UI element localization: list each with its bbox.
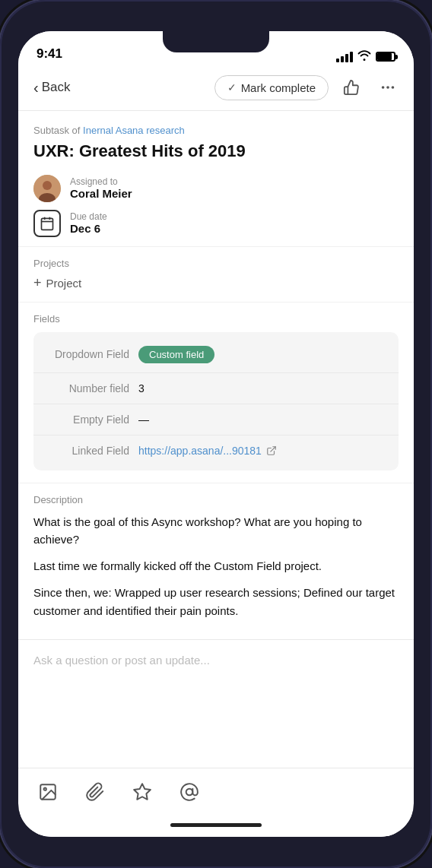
star-button[interactable] xyxy=(128,778,157,806)
number-field-name: Number field xyxy=(46,382,129,394)
fields-label: Fields xyxy=(33,313,399,325)
assignee-row[interactable]: Assigned to Coral Meier xyxy=(33,175,399,202)
photo-button[interactable] xyxy=(33,778,62,806)
description-section: Description What is the goal of this Asy… xyxy=(18,483,414,639)
linked-field-name: Linked Field xyxy=(46,445,129,457)
svg-line-10 xyxy=(271,446,275,451)
assigned-to-label: Assigned to xyxy=(70,176,132,187)
svg-point-0 xyxy=(382,86,385,89)
subtask-prefix: Subtask of xyxy=(33,125,80,136)
number-field-value: 3 xyxy=(138,382,386,394)
description-p2: Last time we formally kicked off the Cus… xyxy=(33,557,399,575)
mark-complete-label: Mark complete xyxy=(241,81,316,94)
content-area: Subtask of Inernal Asana research UXR: G… xyxy=(18,111,414,768)
plus-icon: + xyxy=(33,275,42,291)
signal-bars-icon xyxy=(336,52,353,62)
field-row-empty[interactable]: Empty Field — xyxy=(33,404,399,435)
svg-point-2 xyxy=(392,86,395,89)
task-meta: Assigned to Coral Meier xyxy=(33,175,399,237)
add-project-button[interactable]: + Project xyxy=(33,275,399,291)
back-chevron-icon: ‹ xyxy=(33,80,39,95)
subtask-link[interactable]: Inernal Asana research xyxy=(83,125,185,136)
notch xyxy=(163,31,269,52)
assignee-meta: Assigned to Coral Meier xyxy=(70,176,132,200)
comment-area: Ask a question or post an update... xyxy=(18,639,414,680)
field-row-dropdown[interactable]: Dropdown Field Custom field xyxy=(33,337,399,372)
description-text: What is the goal of this Async workshop?… xyxy=(33,513,399,619)
mark-complete-button[interactable]: ✓ Mark complete xyxy=(214,75,329,100)
avatar xyxy=(33,175,61,202)
subtask-of: Subtask of Inernal Asana research xyxy=(33,125,399,136)
custom-field-badge: Custom field xyxy=(138,346,214,363)
assignee-name: Coral Meier xyxy=(70,187,132,200)
svg-point-1 xyxy=(386,86,389,89)
back-label: Back xyxy=(42,80,71,95)
photo-icon xyxy=(38,782,58,802)
signal-bar-1 xyxy=(336,59,339,62)
fields-section: Fields Dropdown Field Custom field Numbe… xyxy=(18,303,414,470)
add-project-label: Project xyxy=(46,277,82,290)
nav-bar: ‹ Back ✓ Mark complete xyxy=(18,68,414,111)
field-row-number[interactable]: Number field 3 xyxy=(33,372,399,404)
empty-field-value: — xyxy=(138,413,386,426)
external-link-icon xyxy=(266,445,277,456)
signal-bar-3 xyxy=(345,54,348,62)
dropdown-field-name: Dropdown Field xyxy=(46,348,129,360)
description-p1: What is the goal of this Async workshop?… xyxy=(33,513,399,549)
due-date-meta: Due date Dec 6 xyxy=(70,211,107,235)
description-label: Description xyxy=(33,494,399,505)
more-options-button[interactable] xyxy=(374,74,402,101)
nav-actions: ✓ Mark complete xyxy=(214,74,402,101)
fields-card: Dropdown Field Custom field Number field… xyxy=(33,332,399,470)
projects-section: Projects + Project xyxy=(18,247,414,303)
projects-label: Projects xyxy=(33,258,399,269)
due-date-value: Dec 6 xyxy=(70,222,107,235)
attachment-button[interactable] xyxy=(81,778,110,806)
home-indicator xyxy=(18,813,414,837)
task-title: UXR: Greatest Hits of 2019 xyxy=(33,141,399,163)
status-time: 9:41 xyxy=(37,46,62,63)
empty-field-name: Empty Field xyxy=(46,413,129,426)
calendar-icon xyxy=(33,210,61,237)
bottom-toolbar xyxy=(18,768,414,813)
task-header: Subtask of Inernal Asana research UXR: G… xyxy=(18,111,414,247)
comment-input[interactable]: Ask a question or post an update... xyxy=(33,651,399,670)
link-url: https://app.asana/...90181 xyxy=(138,445,262,457)
mention-button[interactable] xyxy=(175,778,204,806)
back-button[interactable]: ‹ Back xyxy=(30,75,73,100)
wifi-icon xyxy=(357,50,371,63)
attachment-icon xyxy=(85,782,105,802)
due-date-label: Due date xyxy=(70,211,107,222)
star-icon xyxy=(132,782,152,802)
phone-shell: 9:41 xyxy=(0,0,432,868)
linked-field-value: https://app.asana/...90181 xyxy=(138,445,277,457)
battery-icon xyxy=(376,52,395,62)
thumbs-up-button[interactable] xyxy=(338,74,365,101)
home-bar xyxy=(170,823,262,827)
svg-marker-13 xyxy=(134,784,151,800)
field-row-linked[interactable]: Linked Field https://app.asana/...90181 xyxy=(33,435,399,466)
mention-icon xyxy=(179,782,199,802)
phone-screen: 9:41 xyxy=(18,31,414,837)
signal-bar-4 xyxy=(350,52,353,62)
status-icons xyxy=(336,50,395,63)
svg-point-4 xyxy=(43,181,52,190)
battery-fill xyxy=(377,53,392,60)
checkmark-icon: ✓ xyxy=(227,81,237,93)
due-date-row[interactable]: Due date Dec 6 xyxy=(33,210,399,237)
svg-point-12 xyxy=(44,788,46,790)
svg-point-14 xyxy=(186,789,193,796)
signal-bar-2 xyxy=(341,56,344,62)
description-p3: Since then, we: Wrapped up user research… xyxy=(33,584,399,619)
svg-rect-6 xyxy=(42,218,53,230)
